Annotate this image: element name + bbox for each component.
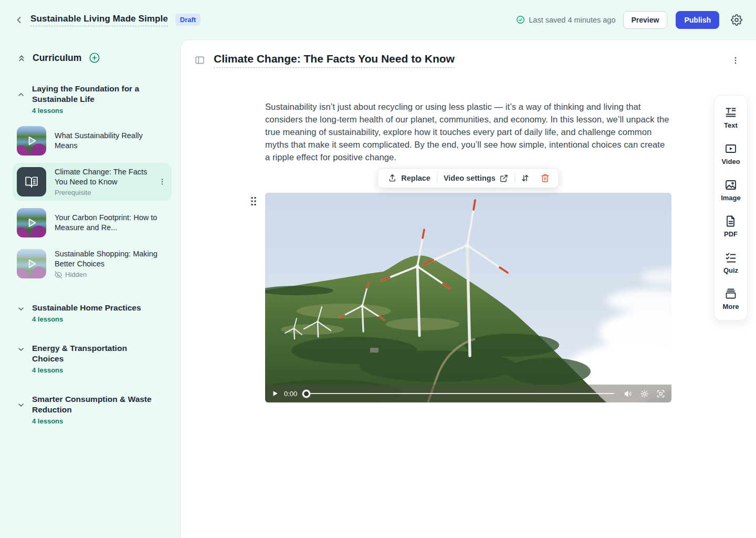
play-button[interactable] — [271, 390, 279, 397]
quiz-icon — [724, 251, 737, 264]
section-lesson-count: 4 lessons — [32, 366, 153, 374]
section-header[interactable]: Energy & Transportation Choices 4 lesson… — [17, 343, 172, 374]
block-label: Image — [721, 194, 741, 202]
play-icon — [17, 126, 46, 156]
settings-icon — [640, 389, 649, 398]
panel-toggle-icon — [194, 55, 205, 66]
external-link-icon — [500, 174, 509, 183]
add-image-block[interactable]: Image — [721, 179, 741, 202]
block-label: Text — [724, 121, 738, 129]
progress-knob[interactable] — [302, 390, 310, 398]
volume-button[interactable] — [624, 389, 633, 398]
block-label: More — [722, 303, 739, 311]
trash-icon — [541, 173, 550, 183]
lesson-title: Your Carbon Footprint: How to Measure an… — [55, 213, 167, 233]
pdf-icon — [724, 215, 737, 227]
status-badge: Draft — [175, 14, 201, 26]
more-icon — [724, 287, 737, 300]
lesson-item-selected[interactable]: Climate Change: The Facts You Need to Kn… — [13, 163, 172, 201]
replace-label: Replace — [401, 174, 430, 182]
delete-block-button[interactable] — [536, 173, 555, 183]
add-pdf-block[interactable]: PDF — [724, 215, 738, 238]
lesson-title: Climate Change: The Facts You Need to Kn… — [55, 167, 149, 187]
drag-handle-icon — [250, 196, 257, 206]
settings-button[interactable] — [729, 12, 744, 28]
check-circle-icon — [516, 15, 525, 24]
fullscreen-icon — [656, 389, 665, 398]
replace-button[interactable]: Replace — [381, 173, 437, 183]
add-text-block[interactable]: Text — [724, 106, 738, 129]
video-frame-wind-turbines — [265, 193, 671, 402]
video-settings-button[interactable]: Video settings — [437, 174, 515, 183]
play-icon — [271, 390, 279, 397]
back-button[interactable] — [12, 13, 26, 27]
section-header[interactable]: Laying the Foundation for a Sustainable … — [17, 84, 172, 115]
video-icon — [724, 142, 737, 155]
lesson-menu-button[interactable] — [157, 177, 167, 187]
block-label: Video — [721, 158, 740, 165]
section-header[interactable]: Sustainable Home Practices 4 lessons — [17, 303, 172, 323]
eye-off-icon — [55, 271, 62, 278]
add-section-button[interactable] — [89, 52, 100, 64]
curriculum-section: Laying the Foundation for a Sustainable … — [17, 84, 172, 283]
preview-button[interactable]: Preview — [623, 11, 668, 29]
lesson-page-title[interactable]: Climate Change: The Facts You Need to Kn… — [214, 53, 455, 68]
curriculum-section: Energy & Transportation Choices 4 lesson… — [17, 343, 172, 374]
lesson-menu-button[interactable] — [729, 54, 742, 67]
play-icon — [17, 208, 46, 237]
curriculum-section: Sustainable Home Practices 4 lessons — [17, 303, 172, 323]
lesson-item[interactable]: What Sustainability Really Means — [13, 122, 172, 160]
progress-track[interactable] — [310, 393, 614, 395]
kebab-icon — [731, 56, 740, 65]
video-player[interactable]: 0:00 — [265, 193, 671, 402]
collapse-all-button[interactable] — [17, 53, 26, 63]
plus-circle-icon — [89, 52, 100, 64]
lesson-item[interactable]: Your Carbon Footprint: How to Measure an… — [13, 204, 172, 242]
video-controls: 0:00 — [265, 385, 671, 402]
lesson-title: What Sustainability Really Means — [55, 131, 167, 151]
section-title: Energy & Transportation Choices — [32, 343, 153, 364]
play-icon — [17, 249, 46, 278]
lesson-hidden-label: Hidden — [65, 271, 87, 278]
topbar: Sustainable Living Made Simple Draft Las… — [0, 0, 756, 39]
chevron-up-icon[interactable] — [17, 90, 25, 115]
video-block: Replace Video settings — [265, 193, 671, 402]
video-settings-label: Video settings — [444, 174, 496, 182]
chevron-down-icon[interactable] — [17, 401, 25, 425]
curriculum-title: Curriculum — [33, 53, 81, 64]
section-lesson-count: 4 lessons — [32, 107, 153, 115]
publish-button[interactable]: Publish — [676, 11, 719, 29]
add-more-block[interactable]: More — [722, 287, 739, 311]
lesson-intro-paragraph[interactable]: Sustainability isn’t just about recyclin… — [265, 100, 671, 163]
gear-icon — [731, 14, 742, 26]
lesson-title: Sustainable Shopping: Making Better Choi… — [55, 249, 167, 269]
sort-arrows-icon — [521, 173, 530, 183]
panel-toggle-button[interactable] — [194, 55, 205, 66]
video-progress-bar[interactable] — [302, 390, 618, 398]
back-chevron-icon — [14, 15, 24, 25]
curriculum-sidebar: Curriculum Laying the Foundation for a S… — [0, 39, 180, 538]
section-header[interactable]: Smarter Consumption & Waste Reduction 4 … — [17, 394, 172, 425]
section-title: Sustainable Home Practices — [32, 303, 141, 313]
last-saved-text: Last saved 4 minutes ago — [529, 16, 615, 24]
lesson-reading-tile — [17, 167, 46, 196]
player-settings-button[interactable] — [640, 389, 649, 398]
upload-icon — [387, 173, 397, 183]
section-title: Laying the Foundation for a Sustainable … — [32, 84, 153, 105]
image-icon — [724, 179, 737, 191]
chevron-down-icon[interactable] — [17, 345, 25, 374]
chevron-down-icon[interactable] — [17, 305, 25, 323]
lesson-editor-panel: Climate Change: The Facts You Need to Kn… — [180, 39, 756, 538]
volume-icon — [624, 389, 633, 398]
section-lesson-count: 4 lessons — [32, 417, 153, 425]
book-open-icon — [25, 175, 38, 189]
block-label: Quiz — [723, 266, 738, 274]
add-video-block[interactable]: Video — [721, 142, 740, 165]
kebab-icon — [158, 178, 166, 186]
add-quiz-block[interactable]: Quiz — [723, 251, 738, 274]
fullscreen-button[interactable] — [656, 389, 665, 398]
move-block-button[interactable] — [516, 173, 536, 183]
drag-handle[interactable] — [250, 196, 257, 206]
course-title[interactable]: Sustainable Living Made Simple — [30, 14, 168, 26]
lesson-item-hidden[interactable]: Sustainable Shopping: Making Better Choi… — [13, 245, 172, 283]
